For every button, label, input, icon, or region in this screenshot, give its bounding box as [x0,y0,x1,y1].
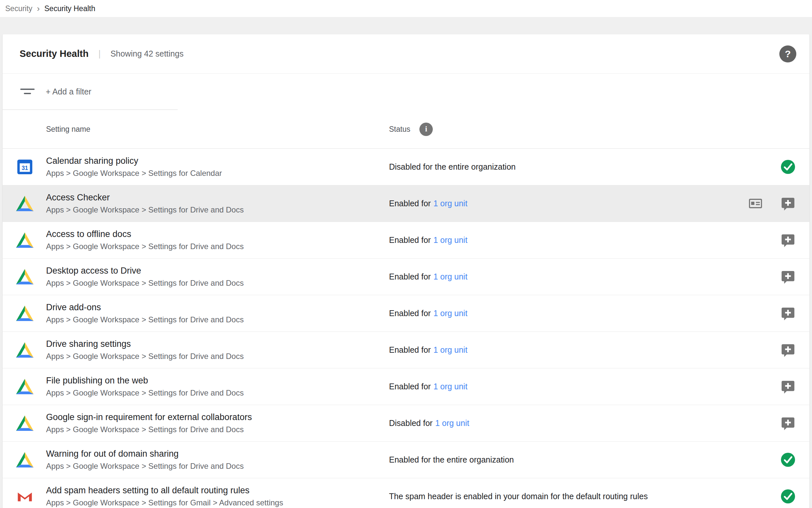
setting-name: Calendar sharing policy [46,156,222,167]
setting-path: Apps > Google Workspace > Settings for D… [46,425,252,434]
status-ok-icon [780,489,796,504]
drive-icon [16,416,34,431]
org-unit-link[interactable]: 1 org unit [435,418,469,428]
breadcrumb-current: Security Health [44,4,95,13]
setting-path: Apps > Google Workspace > Settings for D… [46,352,244,361]
info-icon[interactable]: i [419,123,433,136]
row-lead: Google sign-in requirement for external … [16,412,389,435]
table-row[interactable]: Google sign-in requirement for external … [3,405,809,441]
row-status: Enabled for1 org unit [389,199,467,208]
recommendation-icon[interactable] [780,306,796,321]
row-lead: File publishing on the web Apps > Google… [16,375,389,398]
setting-name: Google sign-in requirement for external … [46,412,252,423]
table-row[interactable]: Access Checker Apps > Google Workspace >… [3,185,809,222]
row-lead: Access Checker Apps > Google Workspace >… [16,192,389,215]
setting-path: Apps > Google Workspace > Settings for D… [46,205,244,215]
drive-icon [16,342,34,357]
table-row[interactable]: File publishing on the web Apps > Google… [3,369,809,405]
page-title: Security Health [19,48,89,59]
setting-name: Access to offline docs [46,229,244,240]
row-lead: Access to offline docs Apps > Google Wor… [16,229,389,252]
org-unit-link[interactable]: 1 org unit [433,382,467,391]
table-header: Setting name Status i [3,110,809,149]
breadcrumb: Security › Security Health [0,0,812,17]
setting-path: Apps > Google Workspace > Settings for D… [46,242,244,251]
org-unit-link[interactable]: 1 org unit [433,308,467,318]
row-lead: Add spam headers setting to all default … [16,485,389,508]
filter-list-icon [19,88,35,96]
status-ok-icon [780,159,796,175]
row-lead: Desktop access to Drive Apps > Google Wo… [16,265,389,288]
setting-name: Add spam headers setting to all default … [46,485,283,496]
card-header: Security Health | Showing 42 settings ? [3,34,809,74]
row-status: Enabled for1 org unit [389,345,467,355]
calendar-icon: 31 [16,159,34,175]
status-ok-icon [780,452,796,467]
setting-path: Apps > Google Workspace > Settings for C… [46,169,222,178]
row-lead: 31 Calendar sharing policy Apps > Google… [16,156,389,178]
drive-icon [16,452,34,467]
setting-path: Apps > Google Workspace > Settings for G… [46,498,283,508]
question-mark-icon: ? [785,48,791,59]
setting-path: Apps > Google Workspace > Settings for D… [46,279,244,288]
svg-text:31: 31 [21,165,28,171]
row-status: Enabled for1 org unit [389,272,467,282]
filter-bar: + Add a filter [3,74,809,110]
setting-name: Desktop access to Drive [46,265,244,277]
title-divider: | [98,49,101,59]
row-status: Enabled for the entire organization [389,455,514,465]
table-row[interactable]: Warning for out of domain sharing Apps >… [3,441,809,478]
table-row[interactable]: Drive sharing settings Apps > Google Wor… [3,332,809,369]
add-filter-button[interactable]: + Add a filter [46,87,91,96]
recommendation-icon[interactable] [780,416,796,431]
column-header-setting-name: Setting name [46,125,389,134]
drive-icon [16,232,34,248]
settings-count: Showing 42 settings [110,49,184,58]
gmail-icon [16,490,34,503]
setting-path: Apps > Google Workspace > Settings for D… [46,388,244,398]
recommendation-icon[interactable] [780,196,796,211]
row-status: Enabled for1 org unit [389,382,467,391]
row-lead: Drive add-ons Apps > Google Workspace > … [16,302,389,325]
setting-name: Drive sharing settings [46,339,244,350]
help-button[interactable]: ? [779,45,796,62]
recommendation-icon[interactable] [780,269,796,284]
table-row[interactable]: Desktop access to Drive Apps > Google Wo… [3,259,809,295]
recommendation-icon[interactable] [780,342,796,357]
setting-path: Apps > Google Workspace > Settings for D… [46,462,244,471]
setting-path: Apps > Google Workspace > Settings for D… [46,315,244,325]
table-row[interactable]: 31 Calendar sharing policy Apps > Google… [3,149,809,185]
org-unit-link[interactable]: 1 org unit [433,199,467,208]
column-header-status: Status i [389,123,433,136]
org-unit-link[interactable]: 1 org unit [433,345,467,354]
table-row[interactable]: Add spam headers setting to all default … [3,478,809,508]
recommendation-icon[interactable] [780,232,796,248]
row-status: Disabled for1 org unit [389,418,469,428]
org-unit-link[interactable]: 1 org unit [433,272,467,281]
setting-name: Warning for out of domain sharing [46,449,244,460]
drive-icon [16,196,34,211]
row-status: Disabled for the entire organization [389,162,516,172]
row-status: Enabled for1 org unit [389,308,467,318]
org-unit-link[interactable]: 1 org unit [433,236,467,245]
drive-icon [16,306,34,321]
drive-icon [16,379,34,394]
setting-name: File publishing on the web [46,375,244,386]
row-lead: Drive sharing settings Apps > Google Wor… [16,339,389,362]
table-row[interactable]: Drive add-ons Apps > Google Workspace > … [3,295,809,332]
security-health-card: Security Health | Showing 42 settings ? … [3,34,809,508]
row-lead: Warning for out of domain sharing Apps >… [16,449,389,471]
table-row[interactable]: Access to offline docs Apps > Google Wor… [3,222,809,259]
breadcrumb-separator-icon: › [37,4,40,13]
setting-name: Drive add-ons [46,302,244,313]
recommendation-icon[interactable] [780,379,796,394]
row-status: Enabled for1 org unit [389,236,467,245]
breadcrumb-parent[interactable]: Security [5,4,32,13]
drive-icon [16,269,34,284]
view-details-icon[interactable] [749,199,762,208]
setting-name: Access Checker [46,192,244,203]
row-status: The spam header is enabled in your domai… [389,492,648,501]
